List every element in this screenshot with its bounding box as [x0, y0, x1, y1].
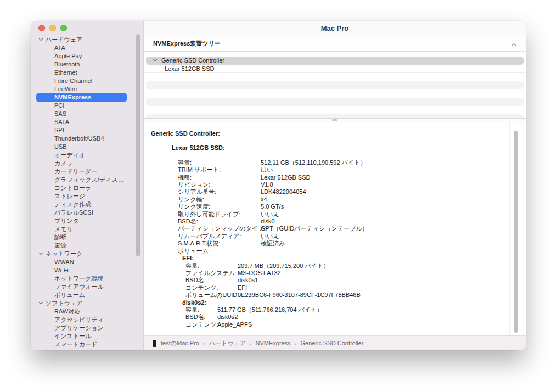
sidebar-section-label: ハードウェア [46, 36, 82, 44]
property-row: コンテンツ:EFI [185, 284, 504, 292]
sidebar-item-電源[interactable]: 電源 [31, 242, 143, 250]
sidebar-item-スマートカード[interactable]: スマートカード [31, 340, 143, 349]
sidebar-item-診断[interactable]: 診断 [31, 233, 143, 242]
property-row: S.M.A.R.T.状況:検証済み [178, 240, 504, 247]
sidebar-item-アプリケーション[interactable]: アプリケーション [31, 324, 143, 332]
property-value: disk0s1 [238, 277, 258, 284]
sidebar-section-ネットワーク[interactable]: ネットワーク [31, 250, 143, 258]
sidebar-item-カードリーダー[interactable]: カードリーダー [31, 167, 143, 176]
property-label: BSD名: [178, 218, 261, 225]
tree-empty-row [144, 89, 526, 98]
property-value: 検証済み [261, 240, 285, 247]
sidebar-item-パラレルSCSI[interactable]: パラレルSCSI [31, 209, 143, 217]
chevron-up-icon[interactable] [511, 39, 516, 49]
property-row: 容量:209.7 MB（209,715,200 バイト） [185, 262, 504, 270]
sidebar-item-NVMExpress[interactable]: NVMExpress [36, 93, 127, 102]
sidebar-item-カメラ[interactable]: カメラ [31, 159, 143, 167]
tree-empty-row [146, 81, 524, 89]
sidebar-item-SATA[interactable]: SATA [31, 118, 143, 126]
splitter-handle[interactable] [332, 119, 337, 121]
details-gap [151, 152, 504, 159]
property-label: シリアル番号: [178, 188, 261, 195]
sidebar-item-グラフィックス/ディス…[interactable]: グラフィックス/ディス… [31, 176, 143, 184]
breadcrumb-separator-icon: › [295, 340, 297, 346]
titlebar[interactable]: Mac Pro [144, 21, 526, 36]
property-row: リビジョン:V1.8 [178, 181, 504, 188]
sidebar-item-Ethernet[interactable]: Ethernet [31, 69, 143, 77]
sidebar-item-ボリューム[interactable]: ボリューム [31, 291, 143, 299]
tree-section-header[interactable]: NVMExpress装置ツリー [144, 36, 526, 52]
property-value: GPT（GUIDパーティションテーブル） [261, 225, 368, 232]
property-label: コンテンツ: [185, 321, 217, 328]
details-heading: Lexar 512GB SSD: [172, 144, 504, 152]
sidebar-item-プロファイル[interactable]: プロファイル [31, 349, 143, 350]
property-label: BSD名: [185, 313, 217, 321]
sidebar-item-オーディオ[interactable]: オーディオ [31, 151, 143, 159]
sidebar-item-ATA[interactable]: ATA [31, 44, 143, 52]
property-row: TRIM サポート:はい [178, 166, 504, 173]
property-row: リンク速度:5.0 GT/s [178, 203, 504, 210]
window-controls [38, 25, 67, 31]
property-value: 209.7 MB（209,715,200 バイト） [238, 262, 329, 270]
pane-splitter[interactable] [144, 118, 526, 122]
sidebar-section-ハードウェア[interactable]: ハードウェア [31, 36, 143, 44]
sidebar-section-label: ソフトウェア [46, 299, 83, 307]
sidebar-item-Apple Pay[interactable]: Apple Pay [31, 52, 143, 60]
sidebar-item-RAW対応[interactable]: RAW対応 [31, 307, 143, 316]
property-label: 容量: [185, 306, 217, 313]
property-value: disk0s2 [217, 313, 238, 321]
chevron-down-icon [38, 299, 43, 307]
tree-row-Lexar 512GB SSD[interactable]: Lexar 512GB SSD [144, 65, 526, 73]
sidebar-section-label: ネットワーク [46, 250, 82, 258]
breadcrumb-item: testのMac Pro [161, 339, 199, 348]
property-label: ボリューム: [178, 248, 261, 255]
property-row: 機種:Lexar 512GB SSD [178, 174, 504, 181]
tree-empty-row [146, 98, 524, 106]
sidebar-item-PCI[interactable]: PCI [31, 102, 143, 110]
property-label: コンテンツ: [185, 284, 238, 292]
property-label: パーティションマップのタイプ: [178, 225, 261, 232]
tree-empty-row [144, 73, 526, 81]
sidebar-item-ディスク作成[interactable]: ディスク作成 [31, 200, 143, 209]
property-row: リムーバブルメディア:いいえ [178, 233, 504, 240]
sidebar-item-プリンタ[interactable]: プリンタ [31, 217, 143, 225]
property-value: Lexar 512GB SSD [261, 174, 311, 181]
sidebar-item-FireWire[interactable]: FireWire [31, 85, 143, 93]
sidebar-item-メモリ[interactable]: メモリ [31, 225, 143, 233]
breadcrumb-item: Generic SSD Controller [300, 340, 363, 346]
property-label: 機種: [178, 174, 261, 181]
close-button[interactable] [38, 25, 45, 31]
sidebar-item-ストレージ[interactable]: ストレージ [31, 192, 143, 200]
sidebar-item-SAS[interactable]: SAS [31, 110, 143, 118]
sidebar-item-Bluetooth[interactable]: Bluetooth [31, 60, 143, 69]
property-value: 512.11 GB（512,110,190,592 バイト） [261, 159, 366, 166]
property-value: 5.0 GT/s [261, 203, 284, 210]
property-label: S.M.A.R.T.状況: [178, 240, 261, 247]
property-value: EFI [238, 284, 247, 292]
sidebar-section-ソフトウェア[interactable]: ソフトウェア [31, 299, 143, 307]
details-gap [151, 137, 504, 144]
property-label: ボリュームのUUID: [185, 292, 238, 299]
sidebar-item-アクセシビリティ[interactable]: アクセシビリティ [31, 316, 143, 324]
minimize-button[interactable] [49, 25, 56, 31]
sidebar-scrollbar[interactable] [136, 34, 140, 256]
property-row: コンテンツ:Apple_APFS [185, 321, 504, 328]
sidebar-item-Thunderbolt/USB4[interactable]: Thunderbolt/USB4 [31, 135, 143, 143]
sidebar-item-Fibre Channel[interactable]: Fibre Channel [31, 77, 143, 85]
sidebar-item-USB[interactable]: USB [31, 143, 143, 151]
breadcrumb: testのMac Pro›ハードウェア›NVMExpress›Generic S… [161, 339, 363, 348]
details-scrollbar[interactable] [514, 131, 518, 333]
sidebar-item-Wi-Fi[interactable]: Wi-Fi [31, 266, 143, 275]
sidebar-item-SPI[interactable]: SPI [31, 126, 143, 135]
property-value: 511.77 GB（511,766,216,704 バイト） [217, 306, 323, 313]
zoom-button[interactable] [60, 25, 67, 31]
sidebar-item-インストール[interactable]: インストール [31, 332, 143, 340]
chevron-down-icon[interactable] [153, 57, 161, 65]
breadcrumb-item: NVMExpress [256, 340, 291, 346]
sidebar-item-ネットワーク環境[interactable]: ネットワーク環境 [31, 275, 143, 283]
sidebar-item-WWAN[interactable]: WWAN [31, 258, 143, 266]
tree-row-Generic SSD Controller[interactable]: Generic SSD Controller [146, 57, 524, 65]
sidebar-item-ファイアウォール[interactable]: ファイアウォール [31, 283, 143, 291]
property-row: 取り外し可能ドライブ:いいえ [178, 211, 504, 218]
sidebar-item-コントローラ[interactable]: コントローラ [31, 184, 143, 192]
